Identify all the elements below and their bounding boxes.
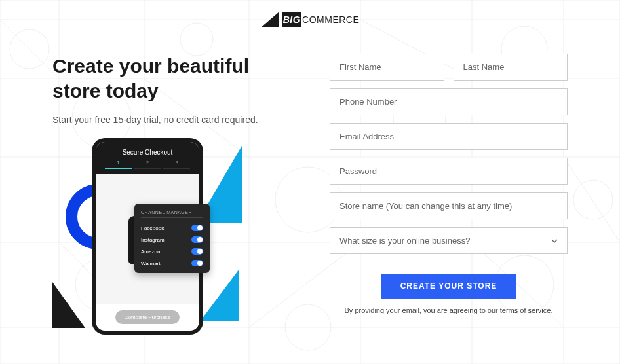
page-subtitle: Start your free 15-day trial, no credit … [52,115,290,125]
brand-logo: BIGCOMMERCE [261,12,360,27]
decor-triangle [200,269,239,321]
page-title: Create your beautiful store today [52,54,290,103]
first-name-field[interactable] [330,54,444,81]
svg-marker-29 [261,12,279,27]
toggle-icon [191,236,203,243]
store-name-field[interactable] [330,192,568,219]
email-field[interactable] [330,123,568,150]
create-store-button[interactable]: CREATE YOUR STORE [381,274,517,299]
phone-mockup: Secure Checkout 123 Complete Purchase CH… [92,138,203,335]
terms-link[interactable]: terms of service. [500,306,553,314]
channel-manager-title: CHANNEL MANAGER [141,210,203,218]
business-size-select[interactable]: What size is your online business? [330,227,568,254]
decor-triangle [52,282,85,328]
channel-label: Instagram [141,237,165,243]
checkout-title: Secure Checkout [104,149,191,156]
checkout-steps: 123 [104,160,191,169]
toggle-icon [191,260,203,266]
channel-label: Walmart [141,261,160,266]
hero-illustration: Secure Checkout 123 Complete Purchase CH… [52,138,262,335]
toggle-icon [191,225,203,231]
channel-label: Amazon [141,249,160,255]
complete-purchase-button: Complete Purchase [115,310,180,324]
phone-field[interactable] [330,88,568,115]
password-field[interactable] [330,158,568,185]
last-name-field[interactable] [454,54,568,81]
logo-text: BIGCOMMERCE [282,14,360,25]
toggle-icon [191,248,203,255]
channel-manager-panel: CHANNEL MANAGER Facebook Instagram Amazo… [134,204,210,273]
disclaimer-text: By providing your email, you are agreein… [330,306,568,314]
logo-mark-icon [261,12,279,27]
channel-label: Facebook [141,225,164,231]
